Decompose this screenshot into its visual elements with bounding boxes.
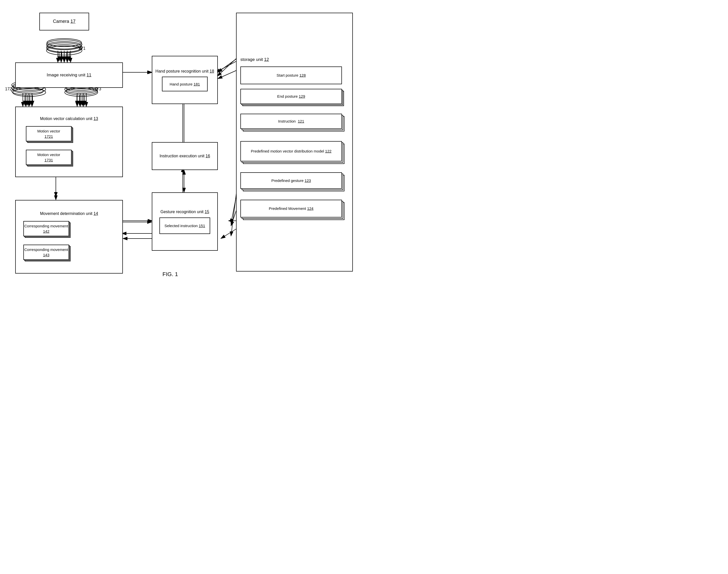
svg-point-35 bbox=[47, 45, 81, 53]
motion-vector-1721-label: Motion vector1721 bbox=[37, 128, 60, 139]
predefined-gesture-label: Predefined gesture 123 bbox=[271, 178, 311, 183]
gesture-recognition-box: Gesture recognition unit 15 Selected ins… bbox=[152, 192, 218, 251]
predefined-movement-label: Predefined Movement 124 bbox=[269, 206, 314, 211]
figure-label: FIG. 1 bbox=[162, 271, 178, 278]
start-posture-box: Start posture 128 bbox=[240, 67, 342, 84]
motion-vector-1721-box: Motion vector1721 bbox=[26, 126, 72, 141]
selected-instruction-label: Selected instruction 151 bbox=[164, 223, 205, 229]
motion-vector-1731-label: Motion vector1731 bbox=[37, 152, 60, 163]
movement-determination-box: Movement determination unit 14 Correspon… bbox=[15, 200, 123, 274]
predefined-motion-box: Predefined motion vector distribution mo… bbox=[240, 141, 342, 161]
hand-posture-recognition-label: Hand posture recognition unit 18 bbox=[155, 69, 214, 73]
end-posture-label: End posture 129 bbox=[277, 94, 305, 99]
image-receiving-box: Image receiving unit 11 bbox=[15, 63, 123, 88]
start-posture-label: Start posture 128 bbox=[276, 73, 306, 78]
instruction-execution-box: Instruction execution unit 16 bbox=[152, 142, 218, 170]
svg-point-11 bbox=[13, 88, 46, 96]
instruction-label: Instruction 121 bbox=[278, 119, 305, 124]
motion-vector-calc-label: Motion vector calculation unit 13 bbox=[40, 117, 98, 121]
instruction-execution-label: Instruction execution unit 16 bbox=[159, 153, 210, 159]
svg-point-44 bbox=[12, 87, 43, 95]
motion-vector-1731-box: Motion vector1731 bbox=[26, 150, 72, 165]
svg-point-1 bbox=[46, 40, 82, 49]
motion-vector-calc-box: Motion vector calculation unit 13 Motion… bbox=[15, 107, 123, 177]
image-receiving-label: Image receiving unit 11 bbox=[47, 72, 91, 78]
corresponding-movement-143-box: Corresponding movement 143 bbox=[23, 245, 69, 260]
svg-text:172: 172 bbox=[5, 87, 12, 91]
svg-text:171: 171 bbox=[79, 46, 86, 50]
hand-posture-label: Hand posture 181 bbox=[169, 81, 200, 87]
svg-point-52 bbox=[66, 87, 97, 95]
storage-unit-label: storage unit 12 bbox=[240, 57, 269, 62]
predefined-movement-box: Predefined Movement 124 bbox=[240, 200, 342, 217]
instruction-box: Instruction 121 bbox=[240, 114, 342, 129]
predefined-motion-label: Predefined motion vector distribution mo… bbox=[251, 149, 331, 154]
storage-unit-box: storage unit 12 Start posture 128 End po… bbox=[236, 13, 353, 272]
movement-determination-label: Movement determination unit 14 bbox=[40, 211, 98, 216]
end-posture-box: End posture 129 bbox=[240, 89, 342, 104]
corresponding-movement-142-box: Corresponding movement 142 bbox=[23, 221, 69, 236]
svg-point-34 bbox=[47, 42, 81, 50]
camera-label: Camera 17 bbox=[53, 18, 75, 25]
predefined-gesture-box: Predefined gesture 123 bbox=[240, 172, 342, 189]
gesture-recognition-label: Gesture recognition unit 15 bbox=[160, 210, 209, 214]
svg-point-33 bbox=[47, 39, 81, 47]
corresponding-movement-142-label: Corresponding movement 142 bbox=[24, 223, 69, 234]
svg-point-3 bbox=[46, 46, 82, 55]
svg-point-2 bbox=[46, 43, 82, 52]
hand-posture-recognition-box: Hand posture recognition unit 18 Hand po… bbox=[152, 56, 218, 104]
hand-posture-box: Hand posture 181 bbox=[162, 77, 208, 91]
svg-point-14 bbox=[65, 88, 98, 96]
selected-instruction-box: Selected instruction 151 bbox=[159, 217, 210, 234]
camera-box: Camera 17 bbox=[39, 13, 89, 31]
corresponding-movement-143-label: Corresponding movement 143 bbox=[24, 247, 69, 257]
